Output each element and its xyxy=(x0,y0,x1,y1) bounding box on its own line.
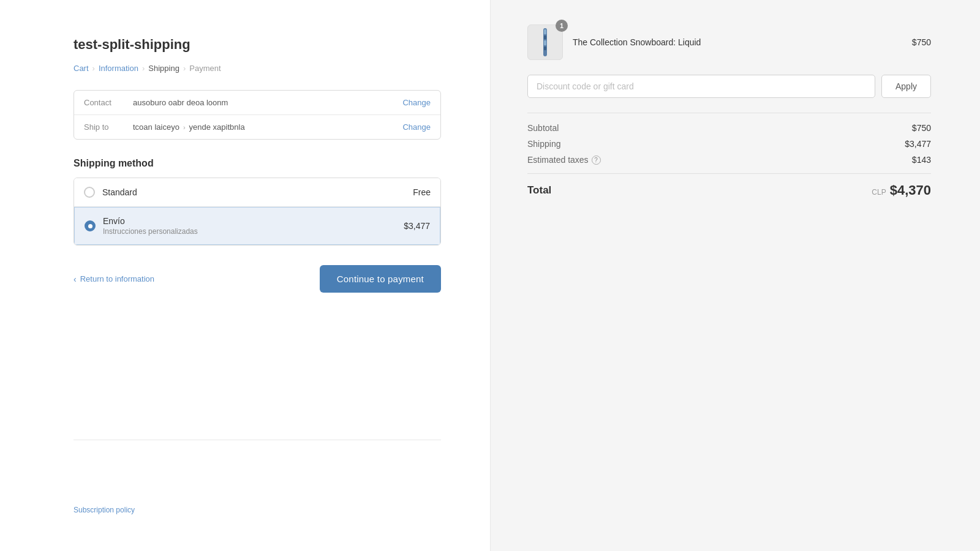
shipping-option-envio[interactable]: Envío Instrucciones personalizadas $3,47… xyxy=(74,207,440,245)
ship-to-change-link[interactable]: Change xyxy=(402,122,431,132)
navigation-row: ‹ Return to information Continue to paym… xyxy=(74,265,441,293)
radio-envio[interactable] xyxy=(85,220,96,231)
subtotal-value: $750 xyxy=(912,123,931,133)
shipping-options-list: Standard Free Envío Instrucciones person… xyxy=(74,178,441,246)
svg-rect-4 xyxy=(544,47,546,50)
cart-item: 1 The Collection Snowboard: Liquid $750 xyxy=(527,24,931,60)
return-to-information-link[interactable]: ‹ Return to information xyxy=(74,274,154,284)
total-label: Total xyxy=(527,184,551,197)
svg-rect-3 xyxy=(544,40,546,45)
item-name: The Collection Snowboard: Liquid xyxy=(573,37,902,47)
subscription-policy-link[interactable]: Subscription policy xyxy=(74,506,441,514)
ship-to-label: Ship to xyxy=(84,122,133,132)
breadcrumb: Cart › Information › Shipping › Payment xyxy=(74,64,441,73)
contact-change-link[interactable]: Change xyxy=(402,98,431,107)
ship-to-value: tcoan laiceyo › yende xapitbnla xyxy=(133,122,402,132)
chevron-right-icon: › xyxy=(183,124,186,131)
contact-row: Contact ausoburo oabr deoa loonm Change xyxy=(74,91,440,115)
breadcrumb-cart[interactable]: Cart xyxy=(74,64,89,73)
shipping-option-standard[interactable]: Standard Free xyxy=(74,178,440,207)
ship-to-location: yende xapitbnla xyxy=(189,122,245,132)
item-image-wrap: 1 xyxy=(527,24,563,60)
chevron-left-icon: ‹ xyxy=(74,274,77,284)
item-price: $750 xyxy=(912,37,931,47)
option-name-envio: Envío xyxy=(103,216,396,226)
shipping-label: Shipping xyxy=(527,139,561,149)
radio-standard[interactable] xyxy=(84,187,95,198)
continue-to-payment-button[interactable]: Continue to payment xyxy=(320,265,441,293)
return-label: Return to information xyxy=(80,274,154,283)
footer-divider xyxy=(74,440,441,440)
option-desc-envio: Instrucciones personalizadas xyxy=(103,227,396,236)
taxes-row: Estimated taxes ? $143 xyxy=(527,155,931,165)
total-value: $4,370 xyxy=(890,182,931,198)
shipping-value: $3,477 xyxy=(905,139,931,149)
ship-to-row: Ship to tcoan laiceyo › yende xapitbnla … xyxy=(74,115,440,139)
total-row: Total CLP $4,370 xyxy=(527,173,931,198)
total-value-wrap: CLP $4,370 xyxy=(872,182,931,198)
option-name-standard: Standard xyxy=(102,187,405,197)
taxes-label-wrap: Estimated taxes ? xyxy=(527,155,601,165)
option-price-envio: $3,477 xyxy=(404,221,430,231)
breadcrumb-sep-2: › xyxy=(142,64,145,73)
item-quantity-badge: 1 xyxy=(556,20,568,32)
svg-rect-2 xyxy=(544,36,546,39)
breadcrumb-sep-1: › xyxy=(92,64,95,73)
taxes-label: Estimated taxes xyxy=(527,155,589,165)
store-title: test-split-shipping xyxy=(74,37,441,53)
contact-info-box: Contact ausoburo oabr deoa loonm Change … xyxy=(74,90,441,140)
contact-label: Contact xyxy=(84,98,133,107)
subtotal-row: Subtotal $750 xyxy=(527,123,931,133)
breadcrumb-sep-3: › xyxy=(183,64,186,73)
option-details-envio: Envío Instrucciones personalizadas xyxy=(103,216,396,236)
right-panel: 1 The Collection Snowboard: Liquid $750 … xyxy=(490,0,980,551)
option-price-standard: Free xyxy=(413,187,431,197)
order-summary: Subtotal $750 Shipping $3,477 Estimated … xyxy=(527,113,931,198)
shipping-method-title: Shipping method xyxy=(74,158,441,169)
ship-to-city: tcoan laiceyo xyxy=(133,122,179,132)
breadcrumb-information[interactable]: Information xyxy=(99,64,138,73)
discount-input[interactable] xyxy=(527,75,875,98)
discount-row: Apply xyxy=(527,75,931,98)
snowboard-icon xyxy=(536,27,554,58)
taxes-info-icon[interactable]: ? xyxy=(592,156,601,165)
apply-discount-button[interactable]: Apply xyxy=(881,75,931,98)
svg-rect-1 xyxy=(544,29,546,34)
subtotal-label: Subtotal xyxy=(527,123,559,133)
breadcrumb-payment: Payment xyxy=(189,64,221,73)
breadcrumb-shipping: Shipping xyxy=(148,64,179,73)
taxes-value: $143 xyxy=(912,155,931,165)
shipping-row: Shipping $3,477 xyxy=(527,139,931,149)
contact-value: ausoburo oabr deoa loonm xyxy=(133,98,402,107)
option-details-standard: Standard xyxy=(102,187,405,197)
total-currency: CLP xyxy=(872,188,886,197)
left-panel: test-split-shipping Cart › Information ›… xyxy=(0,0,490,551)
